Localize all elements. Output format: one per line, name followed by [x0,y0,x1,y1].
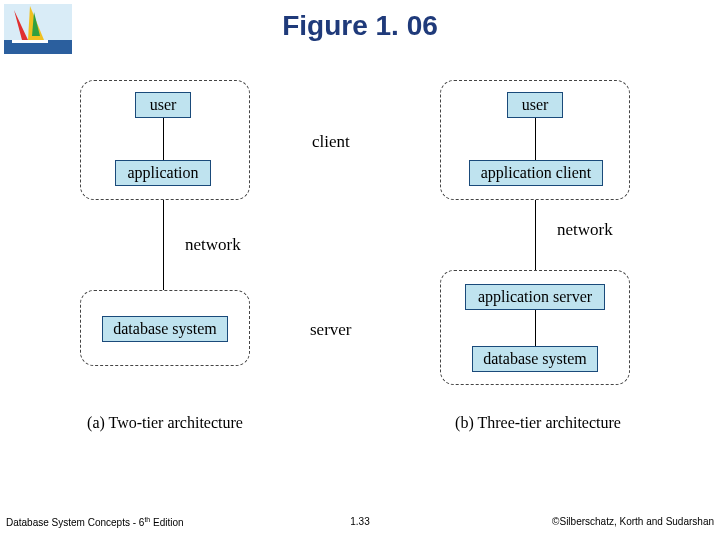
slide-footer: Database System Concepts - 6th Edition 1… [0,516,720,532]
node-user-left: user [135,92,191,118]
connector [535,200,536,270]
slide: Figure 1. 06 user application database s… [0,0,720,540]
caption-left: (a) Two-tier architecture [70,414,260,432]
label-server: server [310,320,352,340]
architecture-diagram: user application database system (a) Two… [60,70,660,470]
slide-title: Figure 1. 06 [0,10,720,42]
label-client: client [312,132,350,152]
node-user-right: user [507,92,563,118]
node-appserver-right: application server [465,284,605,310]
connector [163,200,164,290]
node-application-left: application [115,160,211,186]
node-database-right: database system [472,346,598,372]
node-appclient-right: application client [469,160,603,186]
label-network-right: network [557,220,613,240]
connector [535,310,536,346]
caption-right: (b) Three-tier architecture [438,414,638,432]
connector [535,118,536,160]
node-database-left: database system [102,316,228,342]
connector [163,118,164,160]
label-network-left: network [185,235,241,255]
footer-right: ©Silberschatz, Korth and Sudarshan [552,516,714,527]
